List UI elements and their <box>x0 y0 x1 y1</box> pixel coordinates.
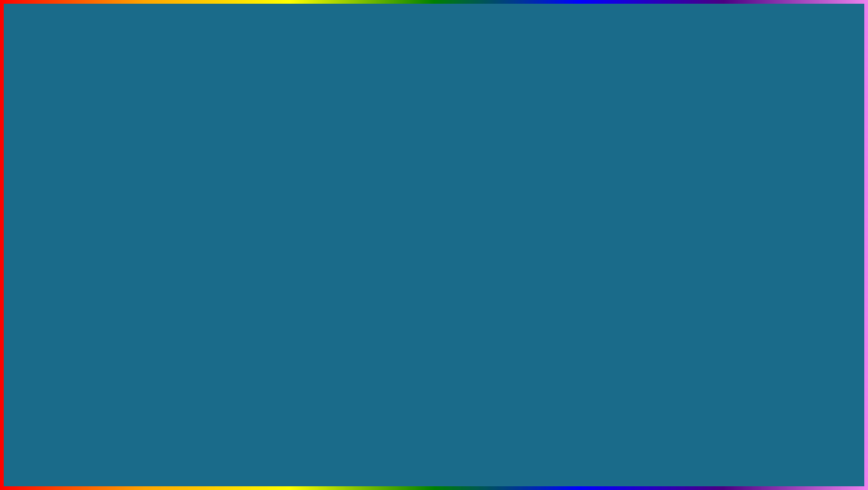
select-stats-folder-icon[interactable]: 📁 <box>221 159 226 164</box>
character-area <box>367 256 501 436</box>
general-tab-right-btn[interactable]: General-Tab <box>623 266 656 273</box>
job-id-label: Job id <box>722 159 734 164</box>
race-label: 🏁 Race <box>613 142 630 147</box>
race-mink-btn[interactable]: Race v4 [ Mink ] <box>720 201 824 209</box>
job-id-label-row: Job id <box>720 159 824 165</box>
hours-label: Hours : 0 Minutes : 3 Seconds : 28 <box>89 170 157 175</box>
panel-left-body: 🌕 Full Mon 🌕 🪙 : 3/5 50% ⚔ Main ⚔ Hours … <box>87 140 255 243</box>
divider-2 <box>87 218 174 218</box>
auto-pirate-label: Auto Pirate [ Raid ] <box>89 211 126 216</box>
race-fishman-btn[interactable]: Race v4 [ Fishman ] <box>720 218 824 226</box>
character-silhouette <box>394 292 474 436</box>
pastebin-label: PASTEBIN <box>550 440 718 479</box>
auto-farm-level-label: Auto Farm [ Level ] <box>89 197 126 202</box>
auto-pirate-row: Auto Pirate [ Raid ] <box>87 210 174 216</box>
slider-container[interactable] <box>87 191 174 195</box>
select-boss-row: Select Boss [To Farm] : nil 📁 <box>177 195 252 200</box>
title-blox: BLOX <box>194 4 394 87</box>
title-fruits: FRUITS <box>414 4 674 87</box>
boss-section-title: 🎮 Boss 🎮 <box>177 187 252 193</box>
auto-farm-level-checkbox[interactable]: ✓ <box>167 197 172 202</box>
panel-right-header: Under x Hub 01 Wednesday February 2023 T… <box>608 125 826 138</box>
panel-left: Under x Hub 01 Wednesday February 2023 T… <box>85 126 256 256</box>
panel-right-left-col: 🏁 Race Mirage Island : Auto Safe [ Cybor… <box>608 138 718 263</box>
auto-super-human-label: Auto Super Human [ Sea2 ] <box>613 198 668 203</box>
auto-death-step-row: Auto Death Step [ Sea2 ] <box>611 204 715 210</box>
panel-right: Under x Hub 01 Wednesday February 2023 T… <box>607 124 828 276</box>
race-god-btn[interactable]: Race v4 [ God ] <box>720 252 824 260</box>
auto-safe-cyborg-right-row: Auto Safe [ Cyborg ] <box>611 158 715 164</box>
auto-dragon-talon-row: Auto Dragon Talon [ Sea3 ] <box>611 224 715 230</box>
race-v4-btn[interactable]: Race v4 <box>720 179 824 187</box>
letter-r: R <box>458 5 510 86</box>
select-stats-row: Select Stats : Melee 📁 <box>177 159 252 165</box>
panel-left-header-row2: Under x Hub 01 Wednesday February 2023 T… <box>90 134 251 138</box>
general-tab-left-btn[interactable]: General-Tab <box>102 245 134 253</box>
divider-1 <box>87 159 174 159</box>
balloon-blue <box>315 126 342 157</box>
combat-section-title: ⚔ Combat ⚔ <box>611 190 715 196</box>
divider-r2 <box>611 188 715 188</box>
clear-select-boss-btn[interactable]: Clear list [ Select Boss ] <box>177 201 252 209</box>
panel-right-body: 🏁 Race Mirage Island : Auto Safe [ Cybor… <box>608 138 826 263</box>
select-boss-folder-icon[interactable]: 📁 <box>233 195 239 200</box>
slider-thumb <box>137 191 142 195</box>
auto-shark-man-label: Auto Shark man [ Sea2 ] <box>613 211 662 216</box>
letter-i: I <box>562 5 582 86</box>
auto-hop-all-boss-btn[interactable]: Auto Hop [ All Boss ] <box>177 229 252 237</box>
race-ghoul-btn[interactable]: Race v4 [ Ghoul ] <box>720 227 824 234</box>
coins-row: 🪙 : 3/5 50% <box>87 151 174 157</box>
paste-here-input[interactable] <box>720 166 824 174</box>
auto-electric-claw-row: Auto Electric Claw [ Sea3 ] <box>611 218 715 223</box>
stats-section-title: 📊 Stats 📊 <box>177 145 252 151</box>
panel-right-header-row2: Under x Hub 01 Wednesday February 2023 T… <box>612 131 823 136</box>
big-buddha-btn[interactable]: Big [ Buddha ] <box>720 188 824 197</box>
mirage-island-label: Mirage Island : ✗ <box>89 230 123 235</box>
welcome-row: Welcome To Under Hub Scripts <box>87 177 174 183</box>
select-boss-label: Select Boss [To Farm] : nil <box>179 195 231 200</box>
auto-active-row: Auto Active [ RaceV4 ] <box>87 204 174 209</box>
script-label: SCRIPT <box>415 440 538 479</box>
race-skypeian-btn[interactable]: Race v4 [ Skypeian ] <box>720 209 824 217</box>
auto-find-fullmoon-row: Auto Find [ Full Moon ] <box>611 180 715 186</box>
select-stats-label: Select Stats : Melee <box>179 159 219 164</box>
auto-farm-level-row: Auto Farm [ Level ] ✓ <box>87 196 174 203</box>
auto-safe-cyborg-label: Auto Safe [ Cyborg ] <box>89 236 129 241</box>
auto-up-statskaituns-btn[interactable]: Auto Up [ StatsKaituns ] <box>177 165 252 174</box>
auto-safe-cyborg-right-label: Auto Safe [ Cyborg ] <box>613 159 653 164</box>
panel-left-header-row1: Under x Hub 01 Wednesday February 2023 T… <box>90 129 251 134</box>
slider-fill <box>90 192 139 194</box>
panel-left-footer-icon: 💾 <box>90 245 98 253</box>
welcome-label: Welcome To Under Hub Scripts <box>89 177 151 182</box>
auto-up-stats-btn[interactable]: Auto Up [ Stats ] <box>177 175 252 183</box>
auto-tp-temple-btn[interactable]: Auto TP [ Temple ] <box>611 172 715 179</box>
auto-active-label: Auto Active [ RaceV4 ] <box>89 204 134 209</box>
fullmoon-section-title: 🌕 Full Mon 🌕 <box>87 143 174 149</box>
slider-bar <box>90 192 170 194</box>
auto-open-door-row: Auto Open [ Door ] <box>611 165 715 171</box>
race-section-title: 😎 Race v4 😎 <box>87 221 174 227</box>
auto-farm-select-boss-btn[interactable]: Auto Farm [ Select Boss ] <box>177 210 252 218</box>
auto-death-step-label: Auto Death Step [ Sea2 ] <box>613 205 663 209</box>
teleport-job-id-btn[interactable]: teleport [ Job id ] <box>720 150 824 158</box>
panel-right-footer-icon: 💾 <box>612 266 620 273</box>
panel-right-footer: 💾 General-Tab <box>608 263 826 275</box>
divider-3 <box>177 185 252 186</box>
auto-farm-all-boss-btn[interactable]: Auto Farm [ All Boss ] <box>177 219 252 228</box>
main-section-title: ⚔ Main ⚔ <box>87 162 174 168</box>
auto-find-fullmoon-label: Auto Find [ Full Moon ] <box>613 181 658 186</box>
hours-row: Hours : 0 Minutes : 3 Seconds : 28 <box>87 170 174 176</box>
race-human-btn[interactable]: Race v4 [ Human ] <box>720 244 824 251</box>
char-head <box>418 279 450 310</box>
race-cyborg-btn[interactable]: Race v4 [ Cyborg ] <box>720 235 824 243</box>
locker-row: Gay - locker : 50 <box>87 183 174 189</box>
auto-electric-claw-label: Auto Electric Claw [ Sea3 ] <box>613 218 666 223</box>
select-weapon-folder-icon[interactable]: 📁 <box>228 152 233 157</box>
letter-t: T <box>582 5 626 86</box>
job-id-btn[interactable]: Job id ] <box>720 142 824 149</box>
coins-label: 🪙 : 3/5 50% <box>118 151 143 156</box>
panel-left-header: Under x Hub 01 Wednesday February 2023 T… <box>87 127 255 140</box>
auto-super-human-row: Auto Super Human [ Sea2 ] <box>611 197 715 203</box>
panel-left-footer: 💾 General-Tab <box>87 243 255 254</box>
auto-dragon-talon-label: Auto Dragon Talon [ Sea3 ] <box>613 225 667 230</box>
